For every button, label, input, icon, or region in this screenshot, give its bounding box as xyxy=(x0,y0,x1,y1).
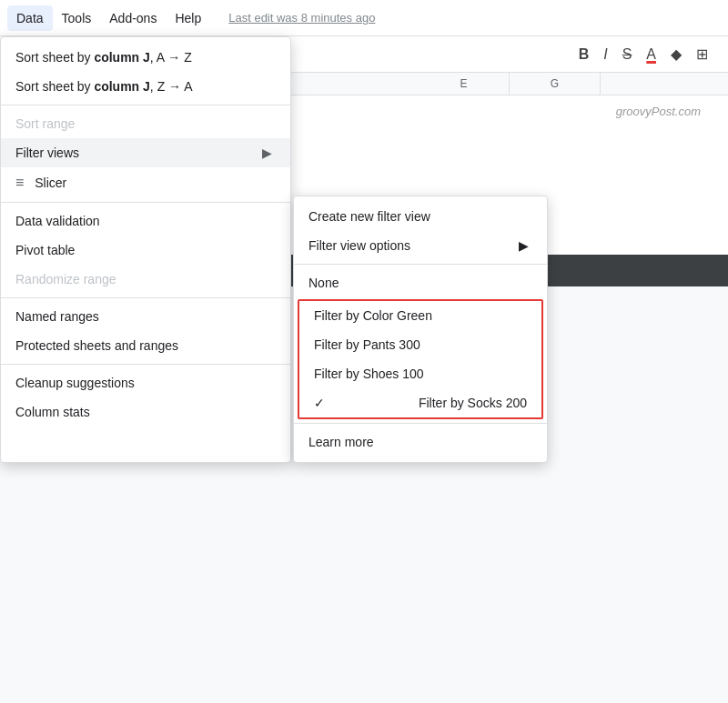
separator-2 xyxy=(1,202,290,203)
filter-views-label: Filter views xyxy=(15,146,79,160)
protected-sheets-label: Protected sheets and ranges xyxy=(15,338,178,353)
randomize-range-item: Randomize range xyxy=(1,265,290,294)
borders-icon[interactable]: ⊞ xyxy=(693,42,712,66)
sort-az-column: column J xyxy=(94,50,149,65)
cleanup-suggestions-item[interactable]: Cleanup suggestions xyxy=(1,368,290,397)
column-stats-item[interactable]: Column stats xyxy=(1,397,290,427)
column-stats-label: Column stats xyxy=(15,405,90,419)
filter-view-options-item[interactable]: Filter view options ▶ xyxy=(294,231,547,260)
filter-view-options-label: Filter view options xyxy=(308,238,410,253)
strikethrough-icon[interactable]: S xyxy=(619,43,636,66)
submenu-separator-1 xyxy=(294,264,547,265)
menu-item-data[interactable]: Data xyxy=(7,5,53,31)
create-filter-view-item[interactable]: Create new filter view xyxy=(294,202,547,231)
learn-more-label: Learn more xyxy=(308,435,374,449)
text-color-icon[interactable]: A xyxy=(642,43,660,66)
pivot-table-item[interactable]: Pivot table xyxy=(1,236,290,265)
sort-az-item[interactable]: Sort sheet by column J, A → Z xyxy=(1,43,290,72)
randomize-range-label: Randomize range xyxy=(15,272,116,286)
watermark: groovyPost.com xyxy=(616,105,701,118)
cleanup-suggestions-label: Cleanup suggestions xyxy=(15,376,135,390)
sort-az-label: Sort sheet by column J, A → Z xyxy=(15,50,192,65)
filter-views-item[interactable]: Filter views ▶ xyxy=(1,138,290,167)
sort-za-item[interactable]: Sort sheet by column J, Z → A xyxy=(1,72,290,101)
filter-socks-label: Filter by Socks 200 xyxy=(419,396,527,410)
fill-color-icon[interactable]: ◆ xyxy=(667,42,685,66)
dropdown-container: Sort sheet by column J, A → Z Sort sheet… xyxy=(0,36,548,463)
named-ranges-item[interactable]: Named ranges xyxy=(1,302,290,331)
sort-za-column: column J xyxy=(94,79,149,94)
filter-socks-item[interactable]: ✓ Filter by Socks 200 xyxy=(299,388,541,417)
data-menu: Sort sheet by column J, A → Z Sort sheet… xyxy=(0,36,291,463)
separator-4 xyxy=(1,364,290,365)
slicer-icon: ≡ xyxy=(15,175,24,190)
sort-za-label: Sort sheet by column J, Z → A xyxy=(15,79,193,94)
named-ranges-label: Named ranges xyxy=(15,309,99,324)
slicer-item[interactable]: ≡ Slicer xyxy=(1,167,290,198)
filter-views-arrow: ▶ xyxy=(262,146,272,160)
menu-item-addons[interactable]: Add-ons xyxy=(100,5,166,31)
menu-item-tools[interactable]: Tools xyxy=(53,5,101,31)
learn-more-item[interactable]: Learn more xyxy=(294,427,547,457)
filter-shoes-item[interactable]: Filter by Shoes 100 xyxy=(299,359,541,388)
filter-none-item[interactable]: None xyxy=(294,268,547,297)
filter-pants-label: Filter by Pants 300 xyxy=(314,337,420,352)
menu-bar: Data Tools Add-ons Help Last edit was 8 … xyxy=(0,0,728,36)
bold-icon[interactable]: B xyxy=(575,43,593,66)
pivot-table-label: Pivot table xyxy=(15,243,75,257)
filter-view-options-arrow: ▶ xyxy=(519,238,529,253)
separator-3 xyxy=(1,297,290,298)
filter-color-green-label: Filter by Color Green xyxy=(314,308,432,323)
data-validation-item[interactable]: Data validation xyxy=(1,206,290,236)
sort-range-item: Sort range xyxy=(1,109,290,138)
separator-1 xyxy=(1,105,290,105)
protected-sheets-item[interactable]: Protected sheets and ranges xyxy=(1,331,290,360)
last-edit-text: Last edit was 8 minutes ago xyxy=(228,11,375,25)
filter-shoes-label: Filter by Shoes 100 xyxy=(314,367,424,381)
filter-highlight-box: Filter by Color Green Filter by Pants 30… xyxy=(298,299,543,419)
filter-views-submenu: Create new filter view Filter view optio… xyxy=(293,196,548,463)
slicer-label: ≡ Slicer xyxy=(15,175,66,191)
menu-item-help[interactable]: Help xyxy=(166,5,210,31)
create-filter-view-label: Create new filter view xyxy=(308,209,430,224)
submenu-separator-2 xyxy=(294,423,547,424)
filter-color-green-item[interactable]: Filter by Color Green xyxy=(299,301,541,330)
toolbar-icons: B I S A ◆ ⊞ xyxy=(575,42,721,66)
filter-socks-checkmark: ✓ xyxy=(314,396,325,410)
filter-pants-item[interactable]: Filter by Pants 300 xyxy=(299,330,541,359)
sort-range-label: Sort range xyxy=(15,116,75,131)
data-validation-label: Data validation xyxy=(15,214,100,228)
filter-none-label: None xyxy=(308,276,339,290)
italic-icon[interactable]: I xyxy=(600,43,611,66)
